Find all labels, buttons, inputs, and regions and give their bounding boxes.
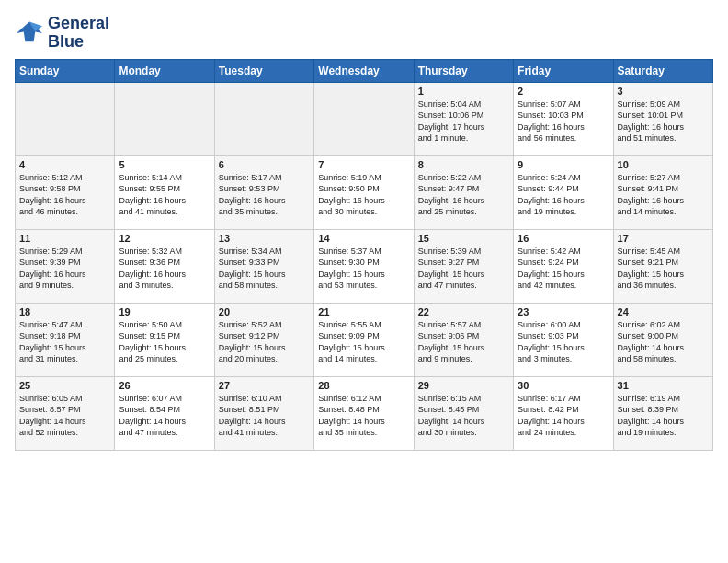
day-info: Sunrise: 5:39 AM Sunset: 9:27 PM Dayligh… (418, 246, 509, 292)
day-info: Sunrise: 6:10 AM Sunset: 8:51 PM Dayligh… (219, 393, 310, 439)
calendar-cell: 16Sunrise: 5:42 AM Sunset: 9:24 PM Dayli… (514, 229, 613, 303)
calendar-cell: 24Sunrise: 6:02 AM Sunset: 9:00 PM Dayli… (613, 303, 712, 376)
weekday-header: Tuesday (214, 59, 313, 82)
day-info: Sunrise: 5:52 AM Sunset: 9:12 PM Dayligh… (219, 319, 310, 365)
calendar-cell: 2Sunrise: 5:07 AM Sunset: 10:03 PM Dayli… (514, 82, 613, 155)
day-number: 3 (618, 86, 709, 97)
day-info: Sunrise: 5:32 AM Sunset: 9:36 PM Dayligh… (119, 246, 210, 292)
day-info: Sunrise: 5:14 AM Sunset: 9:55 PM Dayligh… (119, 172, 210, 218)
calendar-cell: 22Sunrise: 5:57 AM Sunset: 9:06 PM Dayli… (414, 303, 513, 376)
day-number: 17 (618, 233, 709, 244)
day-number: 14 (318, 233, 409, 244)
calendar-cell: 4Sunrise: 5:12 AM Sunset: 9:58 PM Daylig… (16, 155, 115, 229)
calendar-cell (16, 82, 115, 155)
day-number: 23 (518, 306, 609, 317)
calendar-cell: 25Sunrise: 6:05 AM Sunset: 8:57 PM Dayli… (16, 376, 115, 450)
day-info: Sunrise: 6:15 AM Sunset: 8:45 PM Dayligh… (418, 393, 509, 439)
day-info: Sunrise: 6:05 AM Sunset: 8:57 PM Dayligh… (19, 393, 110, 439)
day-info: Sunrise: 5:29 AM Sunset: 9:39 PM Dayligh… (19, 246, 110, 292)
calendar-cell: 7Sunrise: 5:19 AM Sunset: 9:50 PM Daylig… (314, 155, 414, 229)
day-number: 6 (219, 159, 310, 170)
weekday-header: Monday (115, 59, 214, 82)
day-info: Sunrise: 5:19 AM Sunset: 9:50 PM Dayligh… (318, 172, 409, 218)
calendar-cell: 28Sunrise: 6:12 AM Sunset: 8:48 PM Dayli… (314, 376, 414, 450)
calendar-cell: 30Sunrise: 6:17 AM Sunset: 8:42 PM Dayli… (514, 376, 613, 450)
weekday-header: Sunday (16, 59, 115, 82)
day-info: Sunrise: 5:37 AM Sunset: 9:30 PM Dayligh… (318, 246, 409, 292)
day-number: 26 (119, 380, 210, 391)
calendar-cell: 23Sunrise: 6:00 AM Sunset: 9:03 PM Dayli… (514, 303, 613, 376)
day-number: 28 (318, 380, 409, 391)
day-number: 22 (418, 306, 509, 317)
calendar-cell: 18Sunrise: 5:47 AM Sunset: 9:18 PM Dayli… (16, 303, 115, 376)
calendar-cell: 26Sunrise: 6:07 AM Sunset: 8:54 PM Dayli… (115, 376, 214, 450)
day-info: Sunrise: 5:50 AM Sunset: 9:15 PM Dayligh… (119, 319, 210, 365)
calendar-cell (115, 82, 214, 155)
calendar-table: SundayMondayTuesdayWednesdayThursdayFrid… (15, 59, 713, 451)
day-number: 11 (19, 233, 110, 244)
day-info: Sunrise: 5:47 AM Sunset: 9:18 PM Dayligh… (19, 319, 110, 365)
calendar-cell: 19Sunrise: 5:50 AM Sunset: 9:15 PM Dayli… (115, 303, 214, 376)
logo-text: General Blue (48, 15, 109, 52)
day-number: 20 (219, 306, 310, 317)
calendar-week-row: 25Sunrise: 6:05 AM Sunset: 8:57 PM Dayli… (16, 376, 713, 450)
day-info: Sunrise: 6:02 AM Sunset: 9:00 PM Dayligh… (618, 319, 709, 365)
day-info: Sunrise: 5:09 AM Sunset: 10:01 PM Daylig… (618, 98, 709, 144)
day-number: 10 (618, 159, 709, 170)
logo: General Blue (15, 15, 109, 52)
day-number: 13 (219, 233, 310, 244)
calendar-cell: 1Sunrise: 5:04 AM Sunset: 10:06 PM Dayli… (414, 82, 513, 155)
day-number: 16 (518, 233, 609, 244)
day-number: 5 (119, 159, 210, 170)
day-info: Sunrise: 5:34 AM Sunset: 9:33 PM Dayligh… (219, 246, 310, 292)
day-number: 25 (19, 380, 110, 391)
day-info: Sunrise: 5:04 AM Sunset: 10:06 PM Daylig… (418, 98, 509, 144)
weekday-header: Saturday (613, 59, 712, 82)
weekday-header-row: SundayMondayTuesdayWednesdayThursdayFrid… (16, 59, 713, 82)
calendar-cell: 14Sunrise: 5:37 AM Sunset: 9:30 PM Dayli… (314, 229, 414, 303)
day-number: 30 (518, 380, 609, 391)
day-info: Sunrise: 6:17 AM Sunset: 8:42 PM Dayligh… (518, 393, 609, 439)
day-number: 24 (618, 306, 709, 317)
calendar-cell (214, 82, 313, 155)
calendar-cell: 9Sunrise: 5:24 AM Sunset: 9:44 PM Daylig… (514, 155, 613, 229)
day-info: Sunrise: 5:45 AM Sunset: 9:21 PM Dayligh… (618, 246, 709, 292)
day-info: Sunrise: 5:24 AM Sunset: 9:44 PM Dayligh… (518, 172, 609, 218)
calendar-cell: 20Sunrise: 5:52 AM Sunset: 9:12 PM Dayli… (214, 303, 313, 376)
calendar-cell: 11Sunrise: 5:29 AM Sunset: 9:39 PM Dayli… (16, 229, 115, 303)
day-number: 12 (119, 233, 210, 244)
calendar-cell (314, 82, 414, 155)
calendar-cell: 17Sunrise: 5:45 AM Sunset: 9:21 PM Dayli… (613, 229, 712, 303)
calendar-cell: 6Sunrise: 5:17 AM Sunset: 9:53 PM Daylig… (214, 155, 313, 229)
day-info: Sunrise: 5:12 AM Sunset: 9:58 PM Dayligh… (19, 172, 110, 218)
day-number: 2 (518, 86, 609, 97)
calendar-cell: 5Sunrise: 5:14 AM Sunset: 9:55 PM Daylig… (115, 155, 214, 229)
page-header: General Blue (15, 15, 713, 52)
calendar-cell: 15Sunrise: 5:39 AM Sunset: 9:27 PM Dayli… (414, 229, 513, 303)
day-info: Sunrise: 5:55 AM Sunset: 9:09 PM Dayligh… (318, 319, 409, 365)
day-info: Sunrise: 5:22 AM Sunset: 9:47 PM Dayligh… (418, 172, 509, 218)
day-info: Sunrise: 6:19 AM Sunset: 8:39 PM Dayligh… (618, 393, 709, 439)
day-number: 9 (518, 159, 609, 170)
day-info: Sunrise: 5:57 AM Sunset: 9:06 PM Dayligh… (418, 319, 509, 365)
weekday-header: Wednesday (314, 59, 414, 82)
calendar-week-row: 11Sunrise: 5:29 AM Sunset: 9:39 PM Dayli… (16, 229, 713, 303)
calendar-cell: 3Sunrise: 5:09 AM Sunset: 10:01 PM Dayli… (613, 82, 712, 155)
day-number: 31 (618, 380, 709, 391)
day-number: 21 (318, 306, 409, 317)
calendar-cell: 12Sunrise: 5:32 AM Sunset: 9:36 PM Dayli… (115, 229, 214, 303)
calendar-cell: 13Sunrise: 5:34 AM Sunset: 9:33 PM Dayli… (214, 229, 313, 303)
day-number: 1 (418, 86, 509, 97)
calendar-cell: 27Sunrise: 6:10 AM Sunset: 8:51 PM Dayli… (214, 376, 313, 450)
calendar-cell: 8Sunrise: 5:22 AM Sunset: 9:47 PM Daylig… (414, 155, 513, 229)
day-number: 27 (219, 380, 310, 391)
day-number: 8 (418, 159, 509, 170)
weekday-header: Thursday (414, 59, 513, 82)
day-number: 29 (418, 380, 509, 391)
day-number: 15 (418, 233, 509, 244)
weekday-header: Friday (514, 59, 613, 82)
day-number: 18 (19, 306, 110, 317)
calendar-week-row: 1Sunrise: 5:04 AM Sunset: 10:06 PM Dayli… (16, 82, 713, 155)
calendar-cell: 31Sunrise: 6:19 AM Sunset: 8:39 PM Dayli… (613, 376, 712, 450)
logo-icon (15, 20, 44, 46)
